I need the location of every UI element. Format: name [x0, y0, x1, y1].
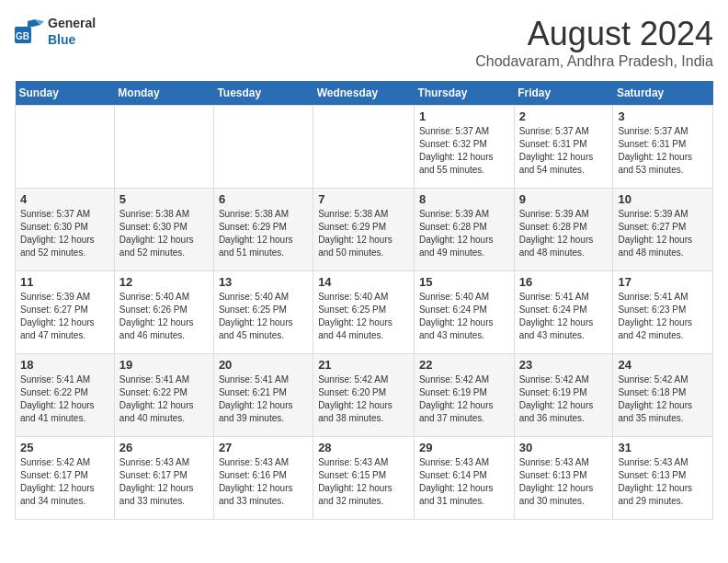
calendar-week-5: 25Sunrise: 5:42 AM Sunset: 6:17 PM Dayli… [16, 437, 713, 520]
day-number: 24 [618, 358, 708, 372]
calendar-week-2: 4Sunrise: 5:37 AM Sunset: 6:30 PM Daylig… [16, 189, 713, 271]
calendar-week-1: 1Sunrise: 5:37 AM Sunset: 6:32 PM Daylig… [16, 106, 713, 189]
day-number: 29 [419, 441, 509, 454]
day-info: Sunrise: 5:42 AM Sunset: 6:20 PM Dayligh… [318, 373, 409, 425]
day-number: 23 [519, 358, 609, 372]
logo-blue: Blue [48, 32, 75, 47]
weekday-header-saturday: Saturday [613, 81, 713, 106]
calendar-week-3: 11Sunrise: 5:39 AM Sunset: 6:27 PM Dayli… [16, 271, 713, 354]
day-info: Sunrise: 5:43 AM Sunset: 6:17 PM Dayligh… [119, 456, 209, 508]
page-header: GB General Blue August 2024 Chodavaram, … [15, 15, 713, 70]
calendar-cell: 10Sunrise: 5:39 AM Sunset: 6:27 PM Dayli… [613, 189, 713, 271]
day-number: 19 [119, 358, 209, 372]
calendar-cell: 16Sunrise: 5:41 AM Sunset: 6:24 PM Dayli… [514, 271, 613, 354]
calendar-cell: 1Sunrise: 5:37 AM Sunset: 6:32 PM Daylig… [414, 106, 514, 189]
weekday-header-tuesday: Tuesday [213, 81, 313, 106]
calendar-cell: 17Sunrise: 5:41 AM Sunset: 6:23 PM Dayli… [613, 271, 713, 354]
day-number: 4 [20, 192, 109, 206]
day-number: 27 [219, 441, 308, 454]
day-number: 8 [419, 192, 509, 206]
day-info: Sunrise: 5:42 AM Sunset: 6:19 PM Dayligh… [519, 373, 609, 425]
day-info: Sunrise: 5:38 AM Sunset: 6:29 PM Dayligh… [318, 208, 409, 259]
calendar-cell: 30Sunrise: 5:43 AM Sunset: 6:13 PM Dayli… [514, 437, 613, 520]
calendar-cell: 7Sunrise: 5:38 AM Sunset: 6:29 PM Daylig… [313, 189, 415, 271]
calendar-cell: 18Sunrise: 5:41 AM Sunset: 6:22 PM Dayli… [16, 354, 115, 437]
calendar-cell: 26Sunrise: 5:43 AM Sunset: 6:17 PM Dayli… [114, 437, 213, 520]
day-info: Sunrise: 5:38 AM Sunset: 6:30 PM Dayligh… [119, 208, 209, 259]
title-section: August 2024 Chodavaram, Andhra Pradesh, … [475, 15, 713, 70]
day-info: Sunrise: 5:40 AM Sunset: 6:25 PM Dayligh… [318, 291, 409, 342]
day-info: Sunrise: 5:37 AM Sunset: 6:31 PM Dayligh… [519, 125, 609, 177]
day-number: 21 [318, 358, 409, 372]
calendar-cell: 22Sunrise: 5:42 AM Sunset: 6:19 PM Dayli… [414, 354, 514, 437]
day-number: 22 [419, 358, 509, 372]
day-number: 20 [219, 358, 308, 372]
day-number: 31 [618, 441, 708, 454]
day-number: 3 [618, 109, 708, 123]
day-number: 6 [219, 192, 308, 206]
logo-text: General Blue [48, 15, 96, 47]
day-info: Sunrise: 5:39 AM Sunset: 6:27 PM Dayligh… [618, 208, 708, 259]
calendar-cell [114, 106, 213, 189]
day-info: Sunrise: 5:43 AM Sunset: 6:15 PM Dayligh… [318, 456, 409, 508]
calendar-cell: 28Sunrise: 5:43 AM Sunset: 6:15 PM Dayli… [313, 437, 415, 520]
day-number: 26 [119, 441, 209, 454]
calendar-cell: 12Sunrise: 5:40 AM Sunset: 6:26 PM Dayli… [114, 271, 213, 354]
calendar-cell [16, 106, 115, 189]
day-number: 25 [20, 441, 109, 454]
calendar-cell: 29Sunrise: 5:43 AM Sunset: 6:14 PM Dayli… [414, 437, 514, 520]
day-info: Sunrise: 5:41 AM Sunset: 6:24 PM Dayligh… [519, 291, 609, 342]
calendar-cell [313, 106, 415, 189]
day-info: Sunrise: 5:40 AM Sunset: 6:26 PM Dayligh… [119, 291, 209, 342]
day-info: Sunrise: 5:40 AM Sunset: 6:25 PM Dayligh… [219, 291, 308, 342]
day-number: 30 [519, 441, 609, 454]
day-info: Sunrise: 5:43 AM Sunset: 6:13 PM Dayligh… [519, 456, 609, 508]
day-number: 16 [519, 275, 609, 289]
svg-text:GB: GB [16, 31, 29, 41]
calendar-cell: 11Sunrise: 5:39 AM Sunset: 6:27 PM Dayli… [16, 271, 115, 354]
calendar-cell: 31Sunrise: 5:43 AM Sunset: 6:13 PM Dayli… [613, 437, 713, 520]
day-info: Sunrise: 5:41 AM Sunset: 6:22 PM Dayligh… [119, 373, 209, 425]
day-info: Sunrise: 5:42 AM Sunset: 6:19 PM Dayligh… [419, 373, 509, 425]
day-info: Sunrise: 5:37 AM Sunset: 6:31 PM Dayligh… [618, 125, 708, 177]
calendar-cell: 19Sunrise: 5:41 AM Sunset: 6:22 PM Dayli… [114, 354, 213, 437]
calendar-cell: 21Sunrise: 5:42 AM Sunset: 6:20 PM Dayli… [313, 354, 415, 437]
day-info: Sunrise: 5:41 AM Sunset: 6:22 PM Dayligh… [20, 373, 109, 425]
calendar-cell: 4Sunrise: 5:37 AM Sunset: 6:30 PM Daylig… [16, 189, 115, 271]
logo-icon: GB [15, 19, 44, 43]
weekday-header-wednesday: Wednesday [313, 81, 415, 106]
day-info: Sunrise: 5:41 AM Sunset: 6:23 PM Dayligh… [618, 291, 708, 342]
day-number: 14 [318, 275, 409, 289]
calendar-cell: 9Sunrise: 5:39 AM Sunset: 6:28 PM Daylig… [514, 189, 613, 271]
day-number: 10 [618, 192, 708, 206]
weekday-header-sunday: Sunday [16, 81, 115, 106]
day-info: Sunrise: 5:37 AM Sunset: 6:32 PM Dayligh… [419, 125, 509, 177]
day-info: Sunrise: 5:43 AM Sunset: 6:14 PM Dayligh… [419, 456, 509, 508]
calendar-cell: 13Sunrise: 5:40 AM Sunset: 6:25 PM Dayli… [213, 271, 313, 354]
day-number: 18 [20, 358, 109, 372]
day-number: 15 [419, 275, 509, 289]
day-number: 13 [219, 275, 308, 289]
day-info: Sunrise: 5:39 AM Sunset: 6:28 PM Dayligh… [419, 208, 509, 259]
calendar-cell: 25Sunrise: 5:42 AM Sunset: 6:17 PM Dayli… [16, 437, 115, 520]
day-info: Sunrise: 5:38 AM Sunset: 6:29 PM Dayligh… [219, 208, 308, 259]
day-number: 28 [318, 441, 409, 454]
day-info: Sunrise: 5:37 AM Sunset: 6:30 PM Dayligh… [20, 208, 109, 259]
day-number: 12 [119, 275, 209, 289]
day-info: Sunrise: 5:43 AM Sunset: 6:13 PM Dayligh… [618, 456, 708, 508]
calendar-cell: 24Sunrise: 5:42 AM Sunset: 6:18 PM Dayli… [613, 354, 713, 437]
day-number: 17 [618, 275, 708, 289]
day-number: 11 [20, 275, 109, 289]
day-info: Sunrise: 5:40 AM Sunset: 6:24 PM Dayligh… [419, 291, 509, 342]
day-number: 9 [519, 192, 609, 206]
calendar-cell: 23Sunrise: 5:42 AM Sunset: 6:19 PM Dayli… [514, 354, 613, 437]
day-info: Sunrise: 5:43 AM Sunset: 6:16 PM Dayligh… [219, 456, 308, 508]
day-info: Sunrise: 5:41 AM Sunset: 6:21 PM Dayligh… [219, 373, 308, 425]
calendar-cell: 27Sunrise: 5:43 AM Sunset: 6:16 PM Dayli… [213, 437, 313, 520]
calendar-cell: 20Sunrise: 5:41 AM Sunset: 6:21 PM Dayli… [213, 354, 313, 437]
location: Chodavaram, Andhra Pradesh, India [475, 53, 713, 70]
calendar-cell [213, 106, 313, 189]
month-year: August 2024 [475, 15, 713, 53]
weekday-header-row: SundayMondayTuesdayWednesdayThursdayFrid… [16, 81, 713, 106]
calendar-cell: 6Sunrise: 5:38 AM Sunset: 6:29 PM Daylig… [213, 189, 313, 271]
